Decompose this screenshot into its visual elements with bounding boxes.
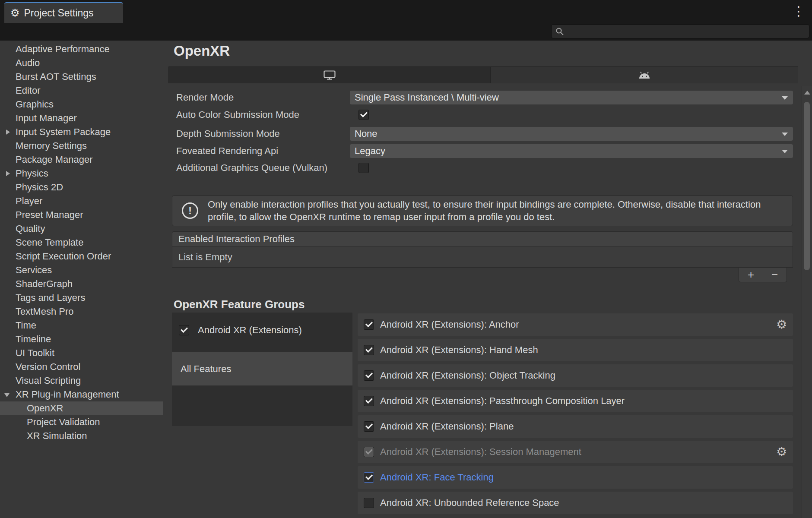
search-input[interactable] <box>551 24 809 38</box>
auto-color-submission-checkbox[interactable] <box>358 110 369 120</box>
sidebar-item-player[interactable]: Player <box>0 194 163 208</box>
setting-row-foveated-rendering: Foveated Rendering Api Legacy <box>176 144 793 158</box>
depth-submission-label: Depth Submission Mode <box>176 128 350 139</box>
warning-icon: ! <box>182 202 198 219</box>
foldout-arrow-icon[interactable] <box>6 130 10 135</box>
feature-row-plane[interactable]: Android XR (Extensions): Plane <box>358 415 793 438</box>
list-footer: + − <box>739 268 787 282</box>
sidebar-item-physics-2d[interactable]: Physics 2D <box>0 180 163 194</box>
sidebar-item-input-manager[interactable]: Input Manager <box>0 111 163 125</box>
sidebar-item-audio[interactable]: Audio <box>0 56 163 70</box>
feature-label: Android XR: Face Tracking <box>380 472 494 483</box>
feature-label: Android XR (Extensions): Session Managem… <box>380 446 581 458</box>
project-settings-window: ⚙ Project Settings ⋮ Adaptive Performanc… <box>0 0 812 518</box>
sidebar-item-label: Input System Package <box>16 126 111 137</box>
sidebar-item-adaptive-performance[interactable]: Adaptive Performance <box>0 42 163 56</box>
sidebar-item-openxr[interactable]: OpenXR <box>0 401 163 415</box>
sidebar-item-services[interactable]: Services <box>0 263 163 277</box>
render-mode-value: Single Pass Instanced \ Multi-view <box>355 92 499 103</box>
main-scrollbar[interactable] <box>802 86 812 518</box>
feature-checkbox[interactable] <box>364 396 374 406</box>
feature-groups-title: OpenXR Feature Groups <box>174 298 304 311</box>
feature-label: Android XR (Extensions): Object Tracking <box>380 370 555 381</box>
sidebar-item-time[interactable]: Time <box>0 319 163 332</box>
scroll-up-arrow-icon[interactable] <box>804 91 810 95</box>
window-tab-project-settings[interactable]: ⚙ Project Settings <box>4 2 123 23</box>
sidebar-item-preset-manager[interactable]: Preset Manager <box>0 208 163 222</box>
sidebar-item-timeline[interactable]: Timeline <box>0 332 163 346</box>
sidebar-item-shadergraph[interactable]: ShaderGraph <box>0 277 163 291</box>
sidebar-item-quality[interactable]: Quality <box>0 222 163 236</box>
depth-submission-dropdown[interactable]: None <box>350 127 793 141</box>
feature-checkbox[interactable] <box>364 421 374 432</box>
chevron-down-icon <box>782 150 788 153</box>
window-tab-label: Project Settings <box>24 7 94 19</box>
sidebar-item-burst-aot-settings[interactable]: Burst AOT Settings <box>0 70 163 84</box>
sidebar: Adaptive Performance Audio Burst AOT Set… <box>0 41 163 518</box>
sidebar-item-tags-and-layers[interactable]: Tags and Layers <box>0 291 163 305</box>
feature-checkbox[interactable] <box>364 319 374 330</box>
feature-checkbox[interactable] <box>364 472 374 483</box>
sidebar-item-package-manager[interactable]: Package Manager <box>0 153 163 167</box>
feature-row-hand-mesh[interactable]: Android XR (Extensions): Hand Mesh <box>358 339 793 361</box>
list-empty-text: List is Empty <box>178 252 232 263</box>
chevron-down-icon <box>782 96 788 100</box>
sidebar-item-label: XR Plug-in Management <box>16 389 119 400</box>
render-mode-dropdown[interactable]: Single Pass Instanced \ Multi-view <box>350 91 793 104</box>
feature-checkbox[interactable] <box>364 498 374 508</box>
feature-group-label: Android XR (Extensions) <box>198 325 302 336</box>
sidebar-item-script-execution-order[interactable]: Script Execution Order <box>0 250 163 263</box>
sidebar-item-visual-scripting[interactable]: Visual Scripting <box>0 374 163 388</box>
additional-graphics-queue-label: Additional Graphics Queue (Vulkan) <box>176 162 350 174</box>
feature-group-all-features[interactable]: All Features <box>172 352 352 385</box>
kebab-menu-icon[interactable]: ⋮ <box>790 3 808 19</box>
feature-group-android-xr-extensions[interactable]: Android XR (Extensions) <box>172 313 352 348</box>
feature-row-unbounded-reference-space[interactable]: Android XR: Unbounded Reference Space <box>358 492 793 514</box>
tab-desktop-platform[interactable] <box>169 67 490 83</box>
feature-row-session-management[interactable]: Android XR (Extensions): Session Managem… <box>358 441 793 463</box>
sidebar-item-graphics[interactable]: Graphics <box>0 98 163 111</box>
feature-row-passthrough-composition-layer[interactable]: Android XR (Extensions): Passthrough Com… <box>358 390 793 412</box>
sidebar-item-input-system-package[interactable]: Input System Package <box>0 125 163 139</box>
search-icon <box>555 27 564 36</box>
feature-row-object-tracking[interactable]: Android XR (Extensions): Object Tracking <box>358 364 793 387</box>
sidebar-item-project-validation[interactable]: Project Validation <box>0 415 163 429</box>
toolbar <box>0 23 812 41</box>
feature-group-checkbox[interactable] <box>179 325 189 335</box>
scrollbar-thumb[interactable] <box>804 102 810 270</box>
tab-android-platform[interactable] <box>490 67 798 83</box>
sidebar-item-xr-simulation[interactable]: XR Simulation <box>0 429 163 443</box>
sidebar-item-scene-template[interactable]: Scene Template <box>0 236 163 250</box>
interaction-profiles-warning: ! Only enable interaction profiles that … <box>172 195 793 226</box>
foveated-rendering-label: Foveated Rendering Api <box>176 145 350 157</box>
feature-list: Android XR (Extensions): Anchor ⚙ Androi… <box>358 313 793 517</box>
feature-checkbox <box>364 447 374 457</box>
warning-text: Only enable interaction profiles that yo… <box>208 198 783 223</box>
feature-row-face-tracking[interactable]: Android XR: Face Tracking <box>358 466 793 489</box>
sidebar-item-memory-settings[interactable]: Memory Settings <box>0 139 163 153</box>
enabled-interaction-profiles-header: Enabled Interaction Profiles <box>172 231 793 247</box>
interaction-profiles-list: List is Empty <box>172 247 793 268</box>
page-title: OpenXR <box>174 43 230 59</box>
sidebar-item-xr-plugin-management[interactable]: XR Plug-in Management <box>0 388 163 401</box>
sidebar-item-textmesh-pro[interactable]: TextMesh Pro <box>0 305 163 319</box>
feature-label: Android XR (Extensions): Plane <box>380 421 514 432</box>
sidebar-item-editor[interactable]: Editor <box>0 84 163 98</box>
feature-label: Android XR (Extensions): Hand Mesh <box>380 344 538 356</box>
feature-row-anchor[interactable]: Android XR (Extensions): Anchor ⚙ <box>358 313 793 336</box>
additional-graphics-queue-checkbox[interactable] <box>358 163 369 173</box>
sidebar-item-ui-toolkit[interactable]: UI Toolkit <box>0 346 163 360</box>
android-icon <box>638 71 651 79</box>
setting-row-render-mode: Render Mode Single Pass Instanced \ Mult… <box>176 91 793 104</box>
add-profile-button[interactable]: + <box>739 268 763 282</box>
feature-checkbox[interactable] <box>364 370 374 381</box>
sidebar-item-version-control[interactable]: Version Control <box>0 360 163 374</box>
remove-profile-button[interactable]: − <box>763 268 787 282</box>
feature-settings-gear-icon[interactable]: ⚙ <box>776 446 787 458</box>
feature-settings-gear-icon[interactable]: ⚙ <box>776 319 787 331</box>
sidebar-item-physics[interactable]: Physics <box>0 167 163 180</box>
feature-checkbox[interactable] <box>364 345 374 355</box>
foldout-arrow-icon[interactable] <box>6 171 10 176</box>
foveated-rendering-dropdown[interactable]: Legacy <box>350 144 793 158</box>
foldout-open-arrow-icon[interactable] <box>4 393 10 397</box>
